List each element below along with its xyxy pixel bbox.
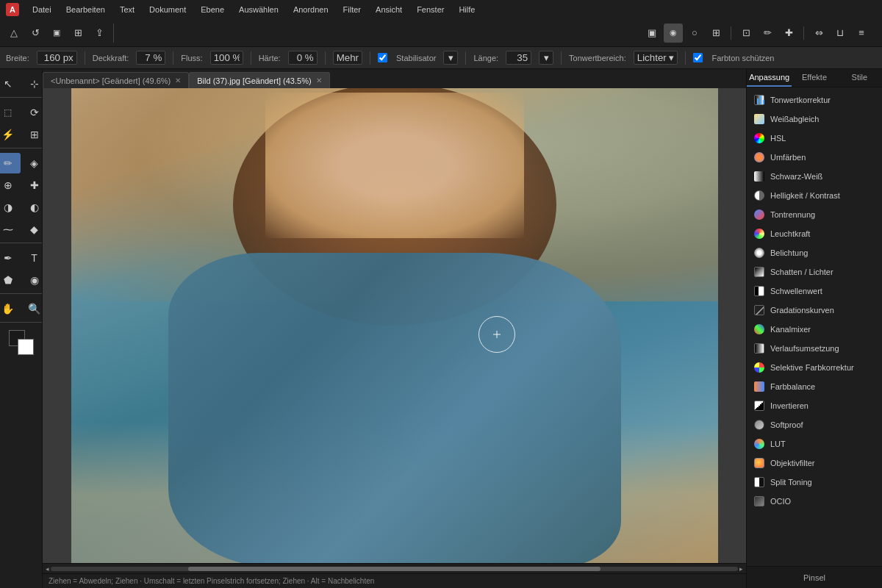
status-bar: Ziehen = Abwedeln; Ziehen · Umschalt = l… — [43, 573, 746, 588]
tab-bild[interactable]: Bild (37).jpg [Geändert] (43.5%) ✕ — [189, 72, 329, 88]
frame-button[interactable]: ▣ — [642, 24, 662, 43]
deckraft-input[interactable] — [136, 51, 165, 65]
menu-filter[interactable]: Filter — [337, 4, 367, 15]
background-color[interactable] — [18, 339, 34, 355]
adj-invertieren[interactable]: Invertieren — [747, 396, 882, 415]
menu-bearbeiten[interactable]: Bearbeiten — [60, 4, 111, 15]
smudge-tool[interactable]: ⁓ — [0, 219, 21, 240]
separator-5 — [370, 51, 370, 65]
adj-ocio[interactable]: OCIO — [747, 492, 882, 511]
menu-ebene[interactable]: Ebene — [195, 4, 230, 15]
dodge-tool[interactable]: ◑ — [0, 197, 21, 218]
adj-tonwertkorrektur[interactable]: Tonwertkorrektur — [747, 90, 882, 110]
tool-group-select: ↖ ⊹ — [0, 74, 42, 98]
tab-bild-close[interactable]: ✕ — [316, 76, 322, 85]
tonwertbereich-dropdown[interactable]: Lichter ▾ — [634, 51, 678, 65]
adj-weissabgleich[interactable]: Weißabgleich — [747, 110, 882, 129]
adj-schwarz-weiss[interactable]: Schwarz-Weiß — [747, 167, 882, 186]
menu-fenster[interactable]: Fenster — [411, 4, 450, 15]
hand-tool[interactable]: ✋ — [0, 298, 21, 319]
canvas-image[interactable] — [71, 88, 718, 563]
adj-verlaufsumsetzung[interactable]: Verlaufsumsetzung — [747, 339, 882, 358]
stabilisator-checkbox[interactable] — [378, 53, 387, 62]
menu-hilfe[interactable]: Hilfe — [453, 4, 481, 15]
triangle-button[interactable]: △ — [4, 24, 24, 43]
farbton-checkbox[interactable] — [693, 53, 703, 62]
menu-dokument[interactable]: Dokument — [143, 4, 192, 15]
menu-ansicht[interactable]: Ansicht — [370, 4, 408, 15]
pen-tool[interactable]: ✒ — [0, 248, 21, 268]
adj-objektivfilter[interactable]: Objektivfilter — [747, 453, 882, 473]
mehr-button[interactable]: Mehr — [333, 51, 362, 65]
save-button[interactable]: ▣ — [47, 24, 66, 43]
separator-8 — [685, 51, 686, 65]
levels-icon — [753, 93, 766, 107]
adj-kanalmixer[interactable]: Kanalmixer — [747, 320, 882, 339]
heal2-btn[interactable]: ✚ — [779, 24, 798, 43]
scroll-left-arrow[interactable]: ◂ — [46, 565, 49, 573]
magic-wand-tool[interactable]: ⚡ — [0, 124, 21, 145]
fluss-input[interactable] — [210, 51, 243, 65]
scrollbar-thumb[interactable] — [188, 567, 600, 571]
view-btn[interactable]: ⊡ — [736, 24, 756, 43]
main-area: ↖ ⊹ ⬚ ⟳ ⚡ ⊞ ✏ ◈ ⊕ ✚ ◑ — [0, 69, 882, 588]
adj-belichtung[interactable]: Belichtung — [747, 243, 882, 262]
crop-button[interactable]: ⊞ — [706, 24, 725, 43]
menu-text[interactable]: Text — [114, 4, 140, 15]
adj-lut[interactable]: LUT — [747, 434, 882, 453]
tab-anpassung[interactable]: Anpassung — [747, 69, 792, 87]
adj-schatten-lichter[interactable]: Schatten / Lichter — [747, 262, 882, 282]
scrollbar-track[interactable] — [51, 567, 738, 571]
invertieren-label: Invertieren — [770, 401, 808, 410]
select-button[interactable]: ◉ — [664, 24, 683, 43]
harte-input[interactable] — [288, 51, 318, 65]
separator-4 — [325, 51, 326, 65]
menu-datei[interactable]: Datei — [26, 4, 57, 15]
breite-input[interactable] — [37, 51, 77, 65]
share-button[interactable]: ⇪ — [90, 24, 109, 43]
tab-stile[interactable]: Stile — [837, 69, 882, 87]
stabilisator-dropdown[interactable]: ▾ — [443, 51, 458, 65]
fluss-label: Fluss: — [181, 54, 202, 62]
refresh-button[interactable]: ↺ — [26, 24, 45, 43]
shape-tool[interactable]: ⬟ — [0, 270, 21, 290]
adj-farbbalance[interactable]: Farbbalance — [747, 377, 882, 396]
menu-bar: A Datei Bearbeiten Text Dokument Ebene A… — [0, 0, 882, 19]
adj-helligkeit-kontrast[interactable]: Helligkeit / Kontrast — [747, 186, 882, 205]
brush2-btn[interactable]: ✏ — [758, 24, 777, 43]
move-tool[interactable]: ↖ — [0, 74, 21, 94]
clone-tool[interactable]: ⊕ — [0, 175, 21, 196]
tab-unnamed-close[interactable]: ✕ — [175, 76, 181, 85]
menu-anordnen[interactable]: Anordnen — [287, 4, 334, 15]
more-btn[interactable]: ≡ — [852, 24, 871, 43]
scroll-right-arrow[interactable]: ▸ — [739, 565, 743, 573]
tool-group-paint: ✏ ◈ ⊕ ✚ ◑ ◐ ⁓ ◆ — [0, 153, 42, 243]
tab-effekte[interactable]: Effekte — [792, 69, 836, 87]
adj-umfarben[interactable]: Umfärben — [747, 148, 882, 167]
adj-selektive-farbkorrektur[interactable]: Selektive Farbkorrektur — [747, 358, 882, 377]
adj-split-toning[interactable]: Split Toning — [747, 473, 882, 492]
pinsel-label[interactable]: Pinsel — [797, 572, 831, 584]
marquee-tool[interactable]: ⬚ — [0, 102, 21, 123]
lasso-button[interactable]: ○ — [685, 24, 704, 43]
adj-gradationskurven[interactable]: Gradationskurven — [747, 301, 882, 320]
adj-leuchtkraft[interactable]: Leuchtkraft — [747, 224, 882, 243]
schwellenwert-label: Schwellenwert — [770, 287, 822, 295]
arrange-btn[interactable]: ⇔ — [809, 24, 828, 43]
adj-hsl[interactable]: HSL — [747, 129, 882, 148]
menu-auswahlen[interactable]: Auswählen — [233, 4, 284, 15]
grid-button[interactable]: ⊞ — [68, 24, 87, 43]
export-btn[interactable]: ⊔ — [831, 24, 850, 43]
adj-schwellenwert[interactable]: Schwellenwert — [747, 282, 882, 301]
tab-unnamed[interactable]: <Unbenannt> [Geändert] (49.6%) ✕ — [43, 72, 189, 88]
adj-softproof[interactable]: Softproof — [747, 415, 882, 434]
brush-tool[interactable]: ✏ — [0, 153, 21, 173]
color-swatch[interactable] — [9, 330, 34, 355]
options-bar: Breite: Deckkraft: Fluss: Härte: Mehr St… — [0, 47, 882, 69]
lange-dropdown[interactable]: ▾ — [539, 51, 553, 65]
sweater-layer — [168, 253, 621, 563]
adj-tontrennung[interactable]: Tontrennung — [747, 205, 882, 224]
adjustment-list: Tonwertkorrektur Weißabgleich HSL Umfärb… — [747, 87, 882, 566]
umfarben-label: Umfärben — [770, 153, 806, 162]
lange-input[interactable] — [506, 51, 531, 65]
